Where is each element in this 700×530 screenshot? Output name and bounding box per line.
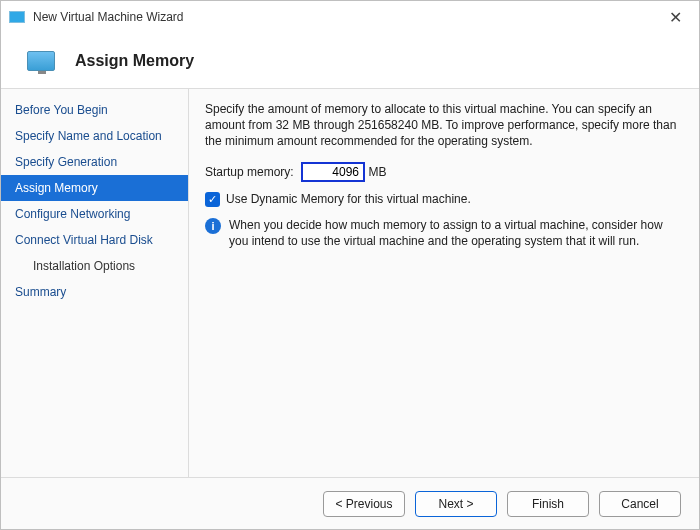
window-title: New Virtual Machine Wizard <box>33 10 659 24</box>
next-button[interactable]: Next > <box>415 491 497 517</box>
dynamic-memory-label: Use Dynamic Memory for this virtual mach… <box>226 192 471 206</box>
titlebar: New Virtual Machine Wizard ✕ <box>1 1 699 33</box>
wizard-footer: < Previous Next > Finish Cancel <box>1 477 699 529</box>
startup-memory-label: Startup memory: <box>205 165 294 179</box>
info-row: i When you decide how much memory to ass… <box>205 217 681 249</box>
startup-memory-unit: MB <box>368 165 386 179</box>
dynamic-memory-checkbox[interactable]: ✓ <box>205 192 220 207</box>
previous-button[interactable]: < Previous <box>323 491 405 517</box>
description-text: Specify the amount of memory to allocate… <box>205 101 681 150</box>
sidebar-item-specify-generation[interactable]: Specify Generation <box>1 149 188 175</box>
wizard-window: New Virtual Machine Wizard ✕ Assign Memo… <box>0 0 700 530</box>
sidebar-item-specify-name[interactable]: Specify Name and Location <box>1 123 188 149</box>
content-panel: Specify the amount of memory to allocate… <box>189 89 699 477</box>
sidebar-item-assign-memory[interactable]: Assign Memory <box>1 175 188 201</box>
close-icon[interactable]: ✕ <box>659 8 691 27</box>
sidebar-item-before-you-begin[interactable]: Before You Begin <box>1 97 188 123</box>
page-title: Assign Memory <box>75 52 194 70</box>
info-icon: i <box>205 218 221 234</box>
wizard-header: Assign Memory <box>1 33 699 89</box>
startup-memory-row: Startup memory: MB <box>205 162 681 182</box>
wizard-body: Before You Begin Specify Name and Locati… <box>1 89 699 477</box>
window-icon <box>9 11 25 23</box>
sidebar: Before You Begin Specify Name and Locati… <box>1 89 189 477</box>
sidebar-item-connect-vhd[interactable]: Connect Virtual Hard Disk <box>1 227 188 253</box>
monitor-icon <box>27 51 55 71</box>
sidebar-item-summary[interactable]: Summary <box>1 279 188 305</box>
dynamic-memory-row[interactable]: ✓ Use Dynamic Memory for this virtual ma… <box>205 192 681 207</box>
sidebar-item-installation-options[interactable]: Installation Options <box>1 253 188 279</box>
sidebar-item-configure-networking[interactable]: Configure Networking <box>1 201 188 227</box>
cancel-button[interactable]: Cancel <box>599 491 681 517</box>
startup-memory-input[interactable] <box>301 162 365 182</box>
info-text: When you decide how much memory to assig… <box>229 217 681 249</box>
finish-button[interactable]: Finish <box>507 491 589 517</box>
